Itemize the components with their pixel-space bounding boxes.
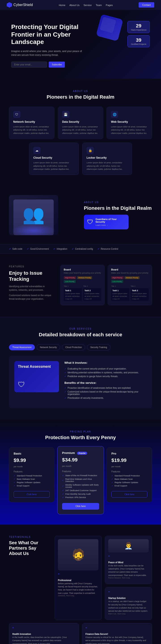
involves-title: What it involves: xyxy=(64,361,147,364)
logo-icon xyxy=(7,2,12,8)
premium-cta-button[interactable]: Click here xyxy=(62,503,99,510)
high-priority-tag: High Priority xyxy=(64,276,76,279)
tab-network-security[interactable]: Network Security xyxy=(37,344,60,350)
testimonial-peace-quote: In the tech world, data breaches can be … xyxy=(108,564,149,577)
board2-title: Board xyxy=(111,268,149,271)
testimonial-featured-quote: Before partnering with [Your Company Nam… xyxy=(58,582,98,595)
badge-integration: ✓ Integration xyxy=(53,248,67,250)
cloud-title: Cloud Security xyxy=(33,156,74,159)
hero-email-input[interactable] xyxy=(11,62,47,68)
pro-tier: Pro xyxy=(111,452,147,455)
pro-feat-2: Basic Malware Scan xyxy=(111,478,147,480)
tab-cloud-protection[interactable]: Cloud Protection xyxy=(62,344,85,350)
board2-low-tag: Low Priority xyxy=(111,280,123,283)
pioneers2-title: Pioneers in the Digital Realm xyxy=(84,205,152,211)
stat-projects-number: 39 xyxy=(131,37,146,43)
basic-tier: Basic xyxy=(14,452,50,455)
testimonial-peace: 👨‍💼 " Peace of Mind In the tech world, d… xyxy=(105,536,152,584)
testimonial-featured: 🧔 " Professional Before partnering with … xyxy=(55,536,102,620)
stat-experience-number: 29 xyxy=(131,23,146,29)
board-card-2: Board Make your board by grouping your p… xyxy=(108,265,152,305)
board1-title: Board xyxy=(64,268,101,271)
price-card-premium: Premium Popular $34.99 per month Feature… xyxy=(57,446,104,514)
testimonials-section: TESTIMONIALS See What Our Partners Say A… xyxy=(0,524,161,644)
premium-feat-3: Weekly Software Updates with Early Acces… xyxy=(62,484,99,488)
badges-row: ✓ Safe code ✓ Good Environment ✓ Integra… xyxy=(0,244,161,254)
nav-cta-button[interactable]: Contact xyxy=(139,2,154,8)
guardian-link[interactable]: Learn more → xyxy=(95,224,125,226)
board2-task1-date: 2 days left xyxy=(112,298,128,300)
premium-period: per month xyxy=(62,465,99,467)
nav-links: Home About Us Service Team Pages xyxy=(59,3,113,7)
testimonial-peace-author: Patrick Steward, Tech Corp. xyxy=(108,577,149,579)
testimonials-section-label: TESTIMONIALS xyxy=(9,536,49,538)
hero-subscribe-button[interactable]: Subscribe xyxy=(49,62,65,68)
cloud-desc: Lorem ipsum dolor sit amet, consectetur … xyxy=(33,161,74,171)
testimonial-featured-name: Professional xyxy=(58,579,98,582)
benefit-item-1: Proactive identification of weaknesses b… xyxy=(64,387,147,389)
locker-title: Locker Security xyxy=(87,156,128,159)
med-priority-tag: Medium Priority xyxy=(77,276,92,279)
basic-cta-button[interactable]: Click here xyxy=(14,491,50,498)
board-card-1: Board Make your board by grouping your p… xyxy=(60,265,105,305)
service-cards-row1: 🛡 Network Security Lorem ipsum dolor sit… xyxy=(9,107,152,139)
logo: CyberShield xyxy=(7,2,33,8)
nav-team[interactable]: Team xyxy=(96,4,102,6)
low-priority-tag: Low Priority xyxy=(64,280,76,283)
benefits-list: Proactive identification of weaknesses b… xyxy=(64,387,147,399)
nav-home[interactable]: Home xyxy=(59,4,65,6)
quote-mark-3: " xyxy=(108,590,149,596)
guardian-text: Guardians of Your Security Learn more → xyxy=(95,218,125,226)
stat-experience-label: Years Experience xyxy=(131,29,146,31)
services-panel: Threat Assessment 🛡 What it involves: Ev… xyxy=(9,356,152,408)
board1-task2-date: 3 days left xyxy=(85,298,100,300)
board1-task2-desc: Lorem ipsum dolor sit amet consectur. xyxy=(85,292,100,297)
issue-title: Enjoy to Issue Tracking xyxy=(9,270,54,282)
pro-feat-4: Email Support xyxy=(111,485,147,487)
pro-cta-button[interactable]: Click here xyxy=(111,491,147,498)
board2-cols: Title 1 Task 1 Lorem ipsum dolor sit ame… xyxy=(111,285,149,302)
data-desc: Lorem ipsum dolor sit amet, consectetur … xyxy=(62,125,99,135)
tab-threat-assessment[interactable]: Threat Assessment xyxy=(9,344,35,350)
nav-about[interactable]: About Us xyxy=(69,4,79,6)
testimonial-health-name: Health Innovation xyxy=(12,633,76,635)
board1-subtitle: Make your board by grouping your priorit… xyxy=(64,272,101,274)
board1-task1-title: Task 1 xyxy=(65,290,81,292)
price-card-basic: Basic $9.99 per month Features Standard … xyxy=(9,447,54,502)
issue-section-label: FEATURES xyxy=(9,265,54,268)
basic-feat-3: Regular Software Updates xyxy=(14,481,50,484)
basic-feat-4: Email Support xyxy=(14,485,50,487)
check-icon-5: ✓ xyxy=(97,248,99,250)
board2-col2: Title 2 Task 2 Lorem ipsum dolor sit ame… xyxy=(131,285,149,302)
stat-projects: 39 Certified Projects xyxy=(127,35,150,47)
badge-good-env-label: Good Environment xyxy=(30,248,49,250)
pioneers2-label: ABOUT US xyxy=(84,201,152,204)
premium-tier: Premium Popular xyxy=(62,451,99,454)
service-cards-row2: ☁ Cloud Security Lorem ipsum dolor sit a… xyxy=(29,142,132,175)
hero-stats: 29 Years Experience 39 Certified Project… xyxy=(127,21,150,47)
board2-col2-label: Title 2 xyxy=(131,285,149,287)
issue-left: FEATURES Enjoy to Issue Tracking Identif… xyxy=(9,265,54,305)
panel-card-icon: 🛡 xyxy=(18,380,55,389)
nav-service[interactable]: Service xyxy=(84,4,92,6)
quote-mark-2: " xyxy=(108,555,149,560)
pro-feat-1: Standard Firewall Protection xyxy=(111,475,147,477)
web-title: Web Security xyxy=(111,120,148,124)
services-panel-right: What it involves: Evaluating the current… xyxy=(64,361,147,403)
network-desc: Lorem ipsum dolor sit amet, consectetur … xyxy=(13,125,50,135)
nav-pages[interactable]: Pages xyxy=(106,4,113,6)
board2-task2-date: 3 days left xyxy=(132,298,147,300)
data-icon: 💾 xyxy=(62,111,69,118)
tab-security-training[interactable]: Security Training xyxy=(87,344,110,350)
network-icon: 🛡 xyxy=(13,111,20,118)
locker-icon: 🔒 xyxy=(87,147,94,154)
cloud-icon: ☁ xyxy=(33,147,41,154)
involves-item-1: Evaluating the current security posture … xyxy=(64,368,147,370)
benefits-title: Benefits of the service: xyxy=(64,381,147,384)
premium-feat-4: 24/7 Dedicated Customer Support xyxy=(62,489,99,492)
basic-feat-1: Standard Firewall Protection xyxy=(14,475,50,477)
service-card-locker: 🔒 Locker Security Lorem ipsum dolor sit … xyxy=(82,142,132,175)
guardian-box[interactable]: 🛡 Guardians of Your Security Learn more … xyxy=(84,215,129,230)
testimonials-title: See What Our Partners Say About Us xyxy=(9,540,49,556)
board1-task2: Task 2 Lorem ipsum dolor sit amet consec… xyxy=(83,288,101,301)
